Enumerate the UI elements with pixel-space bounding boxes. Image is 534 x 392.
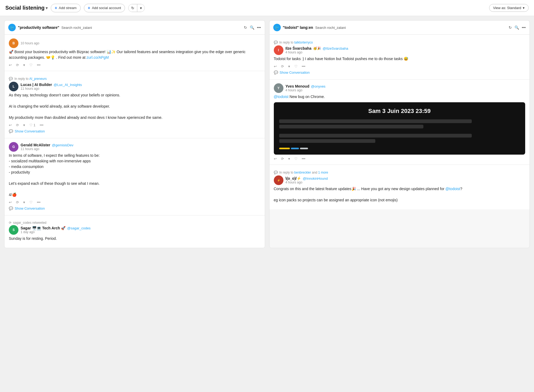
add-social-button[interactable]: + Add social account xyxy=(84,4,125,12)
avatar: Y xyxy=(274,83,283,93)
retweet-note: ⟳ sagar_codes retweeted xyxy=(9,219,260,225)
reply-more-link[interactable]: 1 more xyxy=(318,171,328,174)
reply-to-link[interactable]: AI_preneurs xyxy=(29,77,46,81)
title-chevron: ▾ xyxy=(46,6,48,10)
retweet-dropdown[interactable]: ▾ xyxy=(23,123,25,127)
media-line xyxy=(279,125,424,128)
progress-segment xyxy=(291,148,299,149)
reply-button[interactable]: ↩ xyxy=(9,63,12,67)
column-header-1: 🐦 "productivity software" Search rochi_z… xyxy=(5,21,265,35)
author-block: Ilze Švarcbaha 🥳🎉 @IlzeSvarcbaha 4 hours… xyxy=(286,46,348,54)
author-name: Yves Menoud xyxy=(286,84,309,88)
like-button[interactable]: ♡ xyxy=(294,157,298,161)
retweet-button[interactable]: ⟳ xyxy=(16,200,19,204)
col2-actions[interactable]: ↻ 🔍 ••• xyxy=(509,25,526,30)
reply-button[interactable]: ↩ xyxy=(274,64,277,68)
author-handle[interactable]: @Luc_AI_Insights xyxy=(54,83,82,87)
mention-link[interactable]: @todoist xyxy=(445,187,460,191)
col1-refresh-icon[interactable]: ↻ xyxy=(244,25,247,30)
retweet-icon: ⟳ xyxy=(9,221,11,225)
reply-to-link[interactable]: benbreckler xyxy=(294,171,311,174)
retweet-button[interactable]: ⟳ xyxy=(281,64,284,68)
reply-button[interactable]: ↩ xyxy=(9,123,12,127)
tweet-actions: ↩ ⟳ ▾ ♡ ••• xyxy=(274,64,525,68)
col1-actions[interactable]: ↻ 🔍 ••• xyxy=(244,25,261,30)
tweet-text: Congrats on this and the latest feature … xyxy=(274,186,525,203)
author-block: Sagar 🖥️💻 Tech Arch 🚀 @sagar_codes 1 day… xyxy=(21,226,91,234)
main-content: 🐦 "productivity software" Search rochi_z… xyxy=(0,16,534,252)
retweet-button[interactable]: ⟳ xyxy=(16,123,19,127)
more-button[interactable]: ••• xyxy=(37,200,41,204)
avatar: ⚡ xyxy=(274,175,283,185)
tweet-author-row: ⚡ \(o_o)/⚡ @InnokinHound 4 hours ago xyxy=(274,175,525,185)
refresh-icon[interactable]: ↻ xyxy=(128,4,137,12)
chat-icon: 💬 xyxy=(274,171,278,174)
more-button[interactable]: ••• xyxy=(37,63,41,67)
tweet-card: 💬 In reply to talktorterryco I Ilze Švar… xyxy=(270,35,530,80)
col1-more-icon[interactable]: ••• xyxy=(257,25,261,30)
col2-refresh-icon[interactable]: ↻ xyxy=(509,25,512,30)
author-handle[interactable]: @gemisisDev xyxy=(52,143,73,147)
reply-button[interactable]: ↩ xyxy=(9,200,12,204)
retweet-dropdown[interactable]: ▾ xyxy=(288,157,290,161)
tweet-text: In terms of software, I expect the selli… xyxy=(9,153,260,198)
col1-search-icon[interactable]: 🔍 xyxy=(250,25,254,30)
tweet-actions: ↩ ⟳ ▾ ♡ ••• xyxy=(9,63,260,67)
in-reply-label: 💬 In reply to AI_preneurs xyxy=(9,75,260,82)
like-button[interactable]: ♡ xyxy=(294,64,298,68)
col2-search-icon[interactable]: 🔍 xyxy=(514,25,519,30)
media-lines xyxy=(279,118,520,144)
author-block: Gerald McAlister @gemisisDev 11 hours ag… xyxy=(21,143,73,151)
view-as-button[interactable]: View as: Standard ▾ xyxy=(489,4,529,12)
column-header-2: 🐦 "todoist" lang:en Search rochi_zalani … xyxy=(270,21,530,35)
tweet-card: 💬 In reply to benbreckler and 1 more ⚡ \… xyxy=(270,165,530,209)
show-conversation-label: Show Conversation xyxy=(280,70,310,75)
author-block: Yves Menoud @onyves 4 hours ago xyxy=(286,84,326,92)
tweet-time: 4 hours ago xyxy=(286,181,328,184)
refresh-group[interactable]: ↻ ▾ xyxy=(128,4,145,12)
tweet-time: 10 hours ago xyxy=(21,41,39,45)
like-button[interactable]: ♡ xyxy=(29,200,33,204)
media-block: Sam 3 Juin 2023 23:59 xyxy=(274,102,525,155)
avatar: G xyxy=(9,142,18,152)
tweet-link[interactable]: zurl.co/APgM xyxy=(87,55,109,60)
retweet-button[interactable]: ⟳ xyxy=(16,63,19,67)
show-conversation-button[interactable]: 💬 Show Conversation xyxy=(9,204,260,211)
like-button[interactable]: ♡ xyxy=(29,63,33,67)
more-button[interactable]: ••• xyxy=(40,123,44,127)
retweeter-name: sagar_codes retweeted xyxy=(13,221,46,225)
reply-to-link[interactable]: talktorterryco xyxy=(294,41,313,44)
author-handle[interactable]: @InnokinHound xyxy=(303,177,328,181)
show-conversation-label: Show Conversation xyxy=(15,206,45,210)
author-handle[interactable]: @IlzeSvarcbaha xyxy=(323,46,348,50)
author-meta: Lucas | AI Builder @Luc_AI_Insights xyxy=(21,83,82,87)
like-button[interactable]: ♡ 1 xyxy=(29,123,36,127)
tweet-author-row: B 10 hours ago xyxy=(9,38,260,48)
media-title: Sam 3 Juin 2023 23:59 xyxy=(368,108,431,115)
retweet-dropdown[interactable]: ▾ xyxy=(23,200,25,204)
retweet-button[interactable]: ⟳ xyxy=(281,157,284,161)
tweet-card: B 10 hours ago 🚀 Boost your business pro… xyxy=(5,35,265,71)
add-stream-button[interactable]: + Add stream xyxy=(51,4,81,12)
author-block: 10 hours ago xyxy=(21,41,39,45)
dropdown-chevron-icon[interactable]: ▾ xyxy=(137,4,145,12)
tweet-actions: ↩ ⟳ ▾ ♡ ••• xyxy=(9,200,260,204)
author-handle[interactable]: @onyves xyxy=(311,84,325,88)
media-line xyxy=(279,134,472,138)
tweet-text: Sunday is for resting. Period. xyxy=(9,236,260,241)
more-button[interactable]: ••• xyxy=(302,64,306,68)
reply-button[interactable]: ↩ xyxy=(274,157,277,161)
author-handle[interactable]: @sagar_codes xyxy=(67,226,91,230)
show-conversation-button[interactable]: 💬 Show Conversation xyxy=(9,127,260,134)
show-conversation-label: Show Conversation xyxy=(15,129,45,133)
show-conversation-button[interactable]: 💬 Show Conversation xyxy=(274,68,525,76)
retweet-dropdown[interactable]: ▾ xyxy=(23,63,25,67)
author-meta: Yves Menoud @onyves xyxy=(286,84,326,88)
app-title[interactable]: Social listening ▾ xyxy=(5,5,48,11)
col1-feed: B 10 hours ago 🚀 Boost your business pro… xyxy=(5,35,265,248)
more-button[interactable]: ••• xyxy=(302,157,306,161)
retweet-dropdown[interactable]: ▾ xyxy=(288,64,290,68)
author-meta: \(o_o)/⚡ @InnokinHound xyxy=(286,176,328,181)
col2-more-icon[interactable]: ••• xyxy=(522,25,526,30)
mention-link[interactable]: @todoist xyxy=(274,95,289,99)
